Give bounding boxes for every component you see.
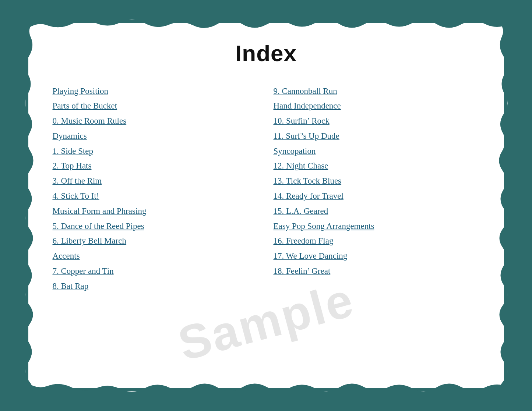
left-index-item[interactable]: 3. Off the Rim [53,174,259,188]
right-column: 9. Cannonball RunHand Independence10. Su… [274,85,480,293]
left-column: Playing PositionParts of the Bucket0. Mu… [53,85,259,293]
right-index-item[interactable]: Syncopation [274,145,480,158]
left-index-item[interactable]: 4. Stick To It! [53,189,259,203]
index-columns: Playing PositionParts of the Bucket0. Mu… [53,85,480,293]
right-index-item[interactable]: 14. Ready for Travel [274,189,480,203]
right-index-item[interactable]: 11. Surf’s Up Dude [274,130,480,143]
right-index-item[interactable]: 10. Surfin’ Rock [274,114,480,128]
left-index-item[interactable]: 8. Bat Rap [53,280,259,293]
page-content: Index Playing PositionParts of the Bucke… [23,18,509,393]
right-index-item[interactable]: 17. We Love Dancing [274,249,480,263]
left-index-item[interactable]: Playing Position [53,85,259,98]
left-index-item[interactable]: 7. Copper and Tin [53,265,259,278]
left-index-item[interactable]: Accents [53,249,259,263]
page: Index Playing PositionParts of the Bucke… [23,18,509,393]
right-index-item[interactable]: Easy Pop Song Arrangements [274,220,480,233]
right-index-item[interactable]: 13. Tick Tock Blues [274,174,480,188]
page-title: Index [53,40,480,66]
left-index-item[interactable]: Musical Form and Phrasing [53,205,259,218]
left-index-item[interactable]: Dynamics [53,130,259,143]
left-index-item[interactable]: 1. Side Step [53,145,259,158]
right-index-item[interactable]: 16. Freedom Flag [274,234,480,248]
left-index-item[interactable]: Parts of the Bucket [53,99,259,113]
right-index-item[interactable]: Hand Independence [274,99,480,113]
right-index-item[interactable]: 9. Cannonball Run [274,85,480,98]
right-index-item[interactable]: 15. L.A. Geared [274,205,480,218]
left-index-item[interactable]: 0. Music Room Rules [53,114,259,128]
right-index-item[interactable]: 12. Night Chase [274,159,480,173]
left-index-item[interactable]: 2. Top Hats [53,159,259,173]
left-index-item[interactable]: 5. Dance of the Reed Pipes [53,220,259,233]
right-index-item[interactable]: 18. Feelin’ Great [274,265,480,278]
left-index-item[interactable]: 6. Liberty Bell March [53,234,259,248]
